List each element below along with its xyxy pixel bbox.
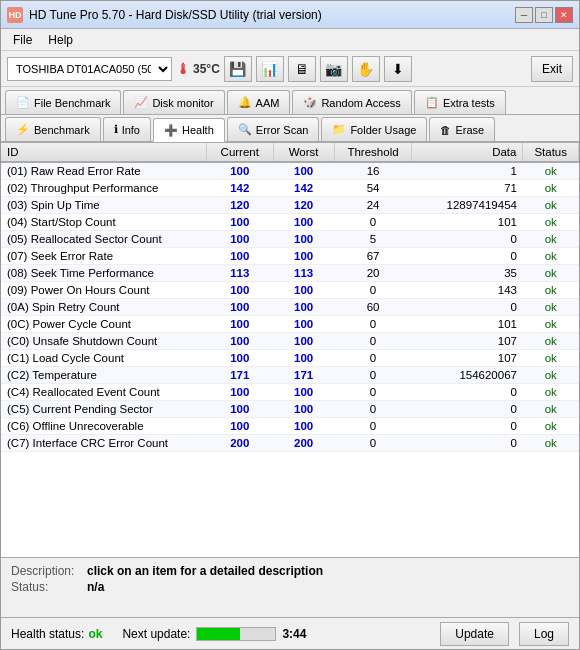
- update-button[interactable]: Update: [440, 622, 509, 646]
- cell-worst: 171: [273, 367, 334, 384]
- tab-folder-usage[interactable]: 📁 Folder Usage: [321, 117, 427, 141]
- cell-current: 100: [206, 231, 273, 248]
- cell-current: 100: [206, 384, 273, 401]
- table-row[interactable]: (05) Reallocated Sector Count 100 100 5 …: [1, 231, 579, 248]
- cell-worst: 100: [273, 401, 334, 418]
- cell-data: 0: [412, 299, 523, 316]
- tab-info[interactable]: ℹ Info: [103, 117, 151, 141]
- cell-worst: 142: [273, 180, 334, 197]
- table-row[interactable]: (C5) Current Pending Sector 100 100 0 0 …: [1, 401, 579, 418]
- table-row[interactable]: (C7) Interface CRC Error Count 200 200 0…: [1, 435, 579, 452]
- tab-extra-tests[interactable]: 📋 Extra tests: [414, 90, 506, 114]
- benchmark-icon: ⚡: [16, 123, 30, 136]
- icon-btn-1[interactable]: 💾: [224, 56, 252, 82]
- cell-data: 101: [412, 316, 523, 333]
- health-table: ID Current Worst Threshold Data Status (…: [1, 143, 579, 452]
- update-time: 3:44: [282, 627, 317, 641]
- temperature-display: 🌡 35°C: [176, 61, 220, 77]
- health-table-container[interactable]: ID Current Worst Threshold Data Status (…: [1, 143, 579, 557]
- health-status: Health status: ok: [11, 627, 102, 641]
- exit-button[interactable]: Exit: [531, 56, 573, 82]
- cell-data: 35: [412, 265, 523, 282]
- cell-status: ok: [523, 214, 579, 231]
- cell-data: 143: [412, 282, 523, 299]
- cell-status: ok: [523, 231, 579, 248]
- menu-help[interactable]: Help: [40, 31, 81, 49]
- cell-current: 142: [206, 180, 273, 197]
- tab-random-access[interactable]: 🎲 Random Access: [292, 90, 411, 114]
- cell-status: ok: [523, 418, 579, 435]
- cell-status: ok: [523, 350, 579, 367]
- menu-file[interactable]: File: [5, 31, 40, 49]
- table-row[interactable]: (C2) Temperature 171 171 0 154620067 ok: [1, 367, 579, 384]
- tab-benchmark[interactable]: ⚡ Benchmark: [5, 117, 101, 141]
- table-row[interactable]: (0A) Spin Retry Count 100 100 60 0 ok: [1, 299, 579, 316]
- table-row[interactable]: (09) Power On Hours Count 100 100 0 143 …: [1, 282, 579, 299]
- table-row[interactable]: (04) Start/Stop Count 100 100 0 101 ok: [1, 214, 579, 231]
- tab-health[interactable]: ➕ Health: [153, 118, 225, 142]
- table-row[interactable]: (01) Raw Read Error Rate 100 100 16 1 ok: [1, 162, 579, 180]
- cell-threshold: 0: [334, 384, 412, 401]
- table-row[interactable]: (08) Seek Time Performance 113 113 20 35…: [1, 265, 579, 282]
- tab-erase[interactable]: 🗑 Erase: [429, 117, 495, 141]
- thermometer-icon: 🌡: [176, 61, 190, 77]
- icon-btn-5[interactable]: ✋: [352, 56, 380, 82]
- table-row[interactable]: (C4) Reallocated Event Count 100 100 0 0…: [1, 384, 579, 401]
- aam-icon: 🔔: [238, 96, 252, 109]
- cell-data: 107: [412, 350, 523, 367]
- log-button[interactable]: Log: [519, 622, 569, 646]
- tab-disk-monitor[interactable]: 📈 Disk monitor: [123, 90, 224, 114]
- cell-id: (01) Raw Read Error Rate: [1, 162, 206, 180]
- table-row[interactable]: (C6) Offline Unrecoverable 100 100 0 0 o…: [1, 418, 579, 435]
- close-button[interactable]: ✕: [555, 7, 573, 23]
- cell-threshold: 54: [334, 180, 412, 197]
- table-row[interactable]: (07) Seek Error Rate 100 100 67 0 ok: [1, 248, 579, 265]
- icon-btn-3[interactable]: 🖥: [288, 56, 316, 82]
- cell-data: 0: [412, 384, 523, 401]
- cell-id: (C1) Load Cycle Count: [1, 350, 206, 367]
- tab-error-scan[interactable]: 🔍 Error Scan: [227, 117, 320, 141]
- disk-selector[interactable]: TOSHIBA DT01ACA050 (500 gB): [7, 57, 172, 81]
- icon-btn-2[interactable]: 📊: [256, 56, 284, 82]
- icon-btn-6[interactable]: ⬇: [384, 56, 412, 82]
- cell-status: ok: [523, 162, 579, 180]
- table-row[interactable]: (C0) Unsafe Shutdown Count 100 100 0 107…: [1, 333, 579, 350]
- cell-threshold: 67: [334, 248, 412, 265]
- cell-data: 71: [412, 180, 523, 197]
- next-update-area: Next update: 3:44: [122, 627, 317, 641]
- file-benchmark-icon: 📄: [16, 96, 30, 109]
- cell-current: 113: [206, 265, 273, 282]
- table-row[interactable]: (03) Spin Up Time 120 120 24 12897419454…: [1, 197, 579, 214]
- cell-threshold: 60: [334, 299, 412, 316]
- cell-worst: 100: [273, 418, 334, 435]
- app-icon: HD: [7, 7, 23, 23]
- cell-threshold: 0: [334, 435, 412, 452]
- cell-worst: 100: [273, 282, 334, 299]
- cell-threshold: 0: [334, 350, 412, 367]
- table-row[interactable]: (C1) Load Cycle Count 100 100 0 107 ok: [1, 350, 579, 367]
- health-status-value: ok: [88, 627, 102, 641]
- table-row[interactable]: (0C) Power Cycle Count 100 100 0 101 ok: [1, 316, 579, 333]
- cell-threshold: 0: [334, 367, 412, 384]
- icon-btn-4[interactable]: 📷: [320, 56, 348, 82]
- cell-current: 100: [206, 282, 273, 299]
- table-row[interactable]: (02) Throughput Performance 142 142 54 7…: [1, 180, 579, 197]
- cell-current: 100: [206, 418, 273, 435]
- cell-threshold: 5: [334, 231, 412, 248]
- cell-worst: 100: [273, 231, 334, 248]
- status-value: n/a: [87, 580, 104, 594]
- cell-id: (0A) Spin Retry Count: [1, 299, 206, 316]
- cell-threshold: 20: [334, 265, 412, 282]
- cell-data: 0: [412, 231, 523, 248]
- tab-aam[interactable]: 🔔 AAM: [227, 90, 291, 114]
- maximize-button[interactable]: □: [535, 7, 553, 23]
- cell-threshold: 0: [334, 418, 412, 435]
- disk-monitor-icon: 📈: [134, 96, 148, 109]
- cell-current: 100: [206, 248, 273, 265]
- tab-file-benchmark[interactable]: 📄 File Benchmark: [5, 90, 121, 114]
- cell-data: 101: [412, 214, 523, 231]
- window-controls: ─ □ ✕: [515, 7, 573, 23]
- cell-worst: 100: [273, 248, 334, 265]
- minimize-button[interactable]: ─: [515, 7, 533, 23]
- cell-id: (02) Throughput Performance: [1, 180, 206, 197]
